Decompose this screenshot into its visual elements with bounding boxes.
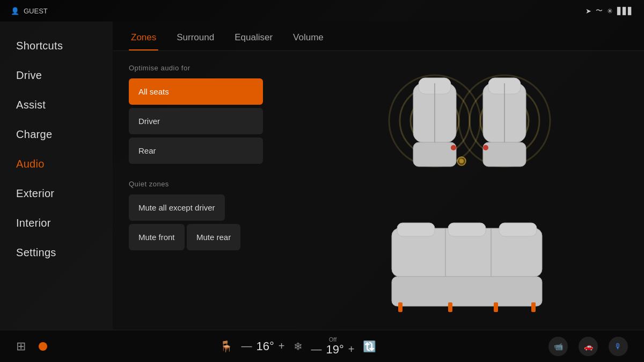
sidebar-item-assist[interactable]: Assist (0, 91, 113, 119)
left-temp-plus[interactable]: + (279, 340, 285, 352)
bottom-bar: ⊞ 🪑 — 16° + ❄ Off — 19° + 🔃 📹 🚗 🎙 (0, 330, 644, 362)
mic-btn[interactable]: 🎙 (609, 337, 628, 356)
right-temp-value: 19° (326, 343, 344, 357)
right-temp-control: — 19° + (311, 343, 355, 357)
left-temp-control: — 16° + (241, 339, 285, 353)
user-label: GUEST (24, 7, 48, 15)
mic-icon: 🎙 (614, 342, 622, 351)
interior-label: Interior (16, 217, 51, 229)
status-bar: 👤 GUEST ➤ 〜 ✳ ▋▋▋ (0, 0, 644, 21)
bottom-left: ⊞ (16, 339, 47, 353)
audio-label: Audio (16, 158, 45, 170)
exterior-label: Exterior (16, 187, 54, 199)
sidebar-item-settings[interactable]: Settings (0, 239, 113, 266)
tab-equaliser[interactable]: Equaliser (232, 27, 275, 50)
svg-point-32 (459, 159, 464, 163)
zones-content: Optimise audio for All seats Driver Rear… (113, 51, 644, 330)
home-icon[interactable]: ⊞ (16, 339, 26, 353)
tab-surround[interactable]: Surround (174, 27, 216, 50)
svg-rect-13 (483, 142, 526, 166)
all-seats-btn[interactable]: All seats (129, 78, 263, 105)
quiet-zones-label: Quiet zones (129, 180, 263, 188)
svg-rect-20 (392, 277, 542, 306)
right-temp-minus[interactable]: — (311, 343, 322, 356)
main-content: Shortcuts Drive Assist Charge Audio Exte… (0, 21, 644, 330)
driver-btn[interactable]: Driver (129, 108, 263, 134)
svg-rect-5 (413, 142, 456, 166)
svg-rect-18 (448, 223, 486, 236)
sidebar-item-exterior[interactable]: Exterior (0, 180, 113, 207)
mute-all-except-driver-btn[interactable]: Mute all except driver (129, 194, 225, 221)
user-icon: 👤 (11, 7, 19, 15)
bottom-right: 📹 🚗 🎙 (548, 337, 628, 356)
content-panel: Zones Surround Equaliser Volume Optimise… (113, 21, 644, 330)
svg-point-7 (451, 145, 456, 150)
drive-label: Drive (16, 69, 42, 81)
car-icon: 🚗 (584, 342, 593, 351)
car-visualization (279, 51, 644, 330)
bluetooth-icon: ✳ (607, 7, 613, 15)
svg-rect-17 (397, 223, 435, 236)
seat-heat-icon[interactable]: 🪑 (219, 340, 233, 353)
settings-label: Settings (16, 247, 56, 258)
assist-label: Assist (16, 99, 46, 111)
car-btn[interactable]: 🚗 (579, 337, 598, 356)
fan-icon[interactable]: ❄ (294, 340, 303, 353)
mute-front-btn[interactable]: Mute front (129, 224, 185, 250)
sidebar-item-drive[interactable]: Drive (0, 62, 113, 89)
charge-label: Charge (16, 128, 52, 140)
svg-rect-19 (499, 223, 537, 236)
mute-rear-btn[interactable]: Mute rear (187, 224, 240, 250)
bottom-center: 🪑 — 16° + ❄ Off — 19° + 🔃 (219, 336, 377, 357)
svg-point-15 (483, 145, 488, 150)
status-icons: ➤ 〜 ✳ ▋▋▋ (586, 6, 633, 16)
car-seats-svg (370, 67, 553, 314)
signal-icon: ▋▋▋ (617, 7, 633, 15)
off-label: Off (329, 336, 336, 343)
optimise-label: Optimise audio for (129, 64, 263, 72)
sidebar-item-charge[interactable]: Charge (0, 121, 113, 148)
tab-bar: Zones Surround Equaliser Volume (113, 21, 644, 51)
status-left: 👤 GUEST (11, 7, 48, 15)
sidebar-item-audio[interactable]: Audio (0, 150, 113, 178)
navigation-icon: ➤ (586, 7, 591, 15)
camera-icon: 📹 (554, 342, 563, 351)
camera-btn[interactable]: 📹 (548, 337, 568, 356)
shortcuts-label: Shortcuts (16, 40, 63, 52)
tab-volume[interactable]: Volume (291, 27, 326, 50)
rear-btn[interactable]: Rear (129, 137, 263, 164)
wind-icon[interactable]: 🔃 (363, 340, 376, 353)
right-temp-group: Off — 19° + (311, 336, 355, 357)
right-temp-plus[interactable]: + (348, 343, 355, 356)
left-temp-minus[interactable]: — (241, 340, 252, 352)
options-panel: Optimise audio for All seats Driver Rear… (113, 51, 279, 330)
orange-indicator (39, 342, 47, 351)
quiet-zones-section: Quiet zones Mute all except driver Mute … (129, 180, 263, 254)
sidebar-item-shortcuts[interactable]: Shortcuts (0, 32, 113, 60)
tab-zones[interactable]: Zones (129, 27, 158, 50)
wifi-icon: 〜 (596, 6, 603, 16)
sidebar: Shortcuts Drive Assist Charge Audio Exte… (0, 21, 113, 330)
sidebar-item-interior[interactable]: Interior (0, 209, 113, 237)
left-temp-value: 16° (257, 339, 274, 353)
